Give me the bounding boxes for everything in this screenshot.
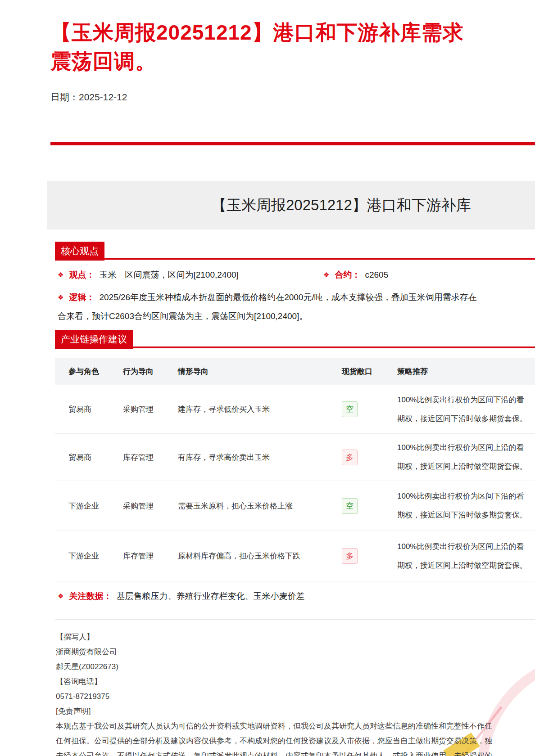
table-row: 下游企业 库存管理 原材料库存偏高，担心玉米价格下跌 多 100%比例卖出行权价… [55,531,535,581]
disclaimer-title: [免责声明] [56,704,492,719]
author-name: 郝天星(Z0022673) [56,659,492,674]
column-header-exposure: 现货敞口 [342,358,397,385]
exposure-badge-short: 空 [342,498,358,514]
cell-exposure: 多 [342,434,397,481]
strategy-line1: 100%比例卖出行权价为区间上沿的看 [397,540,524,554]
header-divider-rule [50,142,535,145]
cell-strategy: 100%比例卖出行权价为区间下沿的看 期权，接近区间下沿时做多期货套保。 [397,481,535,531]
report-banner-title: 【玉米周报20251212】港口和下游补库 [212,181,471,230]
viewpoint-value: 玉米 区间震荡，区间为[2100,2400] [99,269,238,281]
table-header-row: 参与角色 行为导向 情形导向 现货敞口 策略推荐 [55,358,535,385]
table-row: 贸易商 采购管理 建库存，寻求低价买入玉米 空 100%比例卖出行权价为区间下沿… [55,385,535,434]
focus-data-label: 关注数据： [69,590,112,602]
diamond-bullet-icon: ❖ [58,271,63,279]
cell-scenario: 原材料库存偏高，担心玉米价格下跌 [178,531,342,581]
footer-divider [55,619,535,620]
article-title-line1: 【玉米周报20251212】港口和下游补库需求 [50,18,535,47]
strategy-line1: 100%比例卖出行权价为区间上沿的看 [397,441,524,454]
diamond-bullet-icon: ❖ [323,271,329,279]
report-banner: 【玉米周报20251212】港口和下游补库 [47,181,535,230]
cell-scenario: 有库存，寻求高价卖出玉米 [178,434,342,481]
strategy-line1: 100%比例卖出行权价为区间下沿的看 [397,490,524,503]
logic-bullet: ❖ 逻辑： 2025/26年度玉米种植成本折盘面的最低价格约在2000元/吨，成… [58,292,477,303]
cell-role: 贸易商 [55,385,123,433]
diamond-bullet-icon: ❖ [58,293,63,302]
strategy-line2: 期权，接近区间下沿时做多期货套保。 [397,508,527,522]
logic-label: 逻辑： [69,292,95,303]
disclaimer-line3: 未经本公司允许，不得以任何方式传送、复印或派发此观点的材料、内容或复印本予以任何… [56,748,492,756]
exposure-badge-long: 多 [342,450,358,465]
cell-strategy: 100%比例卖出行权价为区间上沿的看 期权，接近区间上沿时做空期货套保。 [397,434,535,481]
operation-advice-table: 参与角色 行为导向 情形导向 现货敞口 策略推荐 贸易商 采购管理 建库存，寻求… [55,358,535,581]
column-header-strategy: 策略推荐 [397,358,535,385]
table-row: 下游企业 采购管理 需要玉米原料，担心玉米价格上涨 空 100%比例卖出行权价为… [55,481,535,531]
disclaimer-line1: 本观点基于我公司及其研究人员认为可信的公开资料或实地调研资料，但我公司及其研究人… [56,719,492,734]
strategy-line2: 期权，接近区间上沿时做空期货套保。 [397,460,527,473]
article-date: 日期：2025-12-12 [50,91,127,104]
column-header-role: 参与角色 [55,358,123,385]
strategy-line1: 100%比例卖出行权价为区间下沿的看 [397,393,524,407]
cell-strategy: 100%比例卖出行权价为区间上沿的看 期权，接近区间上沿时做空期货套保。 [397,531,535,581]
cell-role: 下游企业 [55,531,123,581]
focus-data-bullet: ❖ 关注数据： 基层售粮压力、养殖行业存栏变化、玉米小麦价差 [58,590,304,602]
cell-behavior: 库存管理 [123,531,178,581]
phone-section-title: 【咨询电话】 [56,674,492,689]
cell-behavior: 库存管理 [123,434,178,481]
cell-scenario: 建库存，寻求低价买入玉米 [178,385,342,433]
cell-exposure: 空 [342,385,397,433]
diamond-bullet-icon: ❖ [58,592,63,600]
cell-scenario: 需要玉米原料，担心玉米价格上涨 [178,481,342,531]
contract-value: c2605 [365,270,388,280]
contract-bullet: ❖ 合约： c2605 [323,269,388,281]
author-section-title: 【撰写人】 [56,630,492,644]
strategy-line2: 期权，接近区间下沿时做多期货套保。 [397,412,527,426]
logic-text-line1: 2025/26年度玉米种植成本折盘面的最低价格约在2000元/吨，成本支撑较强，… [99,292,476,303]
phone-number: 0571-87219375 [56,689,492,704]
column-header-behavior: 行为导向 [123,358,178,385]
table-row: 贸易商 库存管理 有库存，寻求高价卖出玉米 多 100%比例卖出行权价为区间上沿… [55,434,535,481]
section-underline [55,258,535,260]
exposure-badge-short: 空 [342,401,358,417]
cell-exposure: 空 [342,481,397,531]
contract-label: 合约： [335,269,360,281]
viewpoint-bullet: ❖ 观点： 玉米 区间震荡，区间为[2100,2400] [58,269,239,281]
disclaimer-line2: 任何担保。公司提供的全部分析及建议内容仅供参考，不构成对您的任何投资建议及入市依… [56,734,492,748]
section-label-operation-advice: 产业链操作建议 [55,330,133,349]
cell-behavior: 采购管理 [123,481,178,531]
exposure-badge-long: 多 [342,548,358,564]
company-name: 浙商期货有限公司 [56,644,492,659]
strategy-line2: 期权，接近区间上沿时做空期货套保。 [397,559,527,572]
cell-behavior: 采购管理 [123,385,178,433]
cell-exposure: 多 [342,531,397,581]
focus-data-value: 基层售粮压力、养殖行业存栏变化、玉米小麦价差 [116,590,304,602]
cell-strategy: 100%比例卖出行权价为区间下沿的看 期权，接近区间下沿时做多期货套保。 [397,385,535,433]
column-header-scenario: 情形导向 [178,358,342,385]
article-title-line2: 震荡回调。 [50,47,535,76]
cell-role: 下游企业 [55,481,123,531]
logic-text-line2: 合来看，预计C2603合约区间震荡为主，震荡区间为[2100,2400]。 [58,310,308,322]
cell-role: 贸易商 [55,434,123,481]
footer-block: 【撰写人】 浙商期货有限公司 郝天星(Z0022673) 【咨询电话】 0571… [56,630,492,756]
viewpoint-label: 观点： [69,269,95,281]
section-underline [55,346,535,348]
